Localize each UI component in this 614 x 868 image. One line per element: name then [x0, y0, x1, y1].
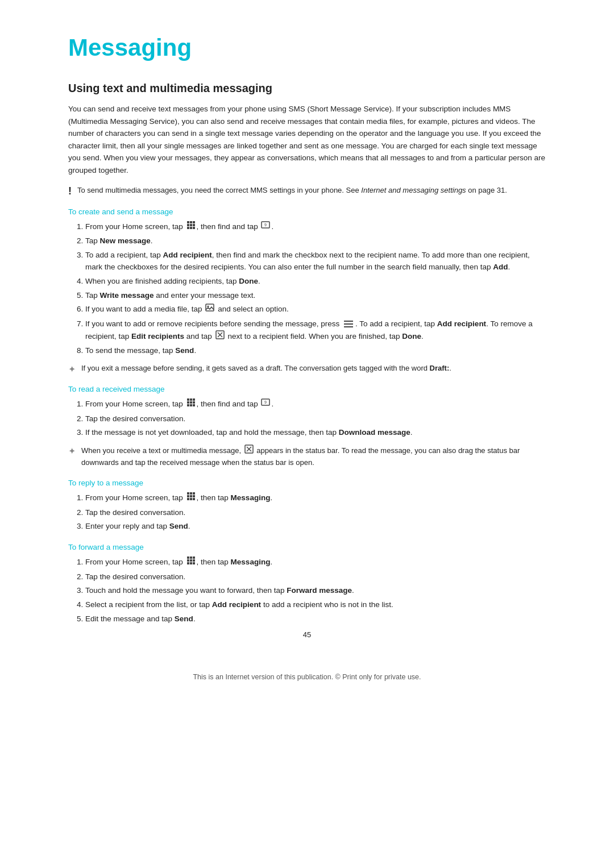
page-number: 45 — [68, 630, 546, 639]
subsection-title-read: To read a received message — [68, 385, 546, 393]
tip-draft: ✦ If you exit a message before sending, … — [68, 363, 546, 375]
menu-icon — [343, 319, 354, 329]
grid-icon — [186, 221, 196, 234]
step-forward-1: From your Home screen, tap , then tap Me… — [85, 556, 546, 569]
step-reply-3: Enter your reply and tap Send. — [85, 520, 546, 533]
msg-icon-1 — [261, 221, 270, 234]
step-create-8: To send the message, tap Send. — [85, 344, 546, 357]
x-icon-2 — [244, 445, 254, 457]
grid-icon-3 — [186, 492, 196, 505]
page-footer: This is an Internet version of this publ… — [68, 673, 546, 681]
step-create-1: From your Home screen, tap , then find a… — [85, 221, 546, 234]
subsection-title-forward: To forward a message — [68, 543, 546, 551]
note-mms-text: To send multimedia messages, you need th… — [77, 185, 507, 196]
step-create-5: Tap Write message and enter your message… — [85, 289, 546, 302]
grid-icon-2 — [186, 398, 196, 411]
step-create-3: To add a recipient, tap Add recipient, t… — [85, 249, 546, 273]
step-create-7: If you want to add or remove recipients … — [85, 318, 546, 343]
step-create-6: If you want to add a media file, tap and… — [85, 303, 546, 316]
section-heading: Using text and multimedia messaging — [68, 82, 546, 95]
step-forward-3: Touch and hold the message you want to f… — [85, 584, 546, 597]
tip-statusbar-text: When you receive a text or multimedia me… — [81, 445, 546, 468]
subsection-title-reply: To reply to a message — [68, 479, 546, 487]
msg-icon-2 — [261, 398, 270, 411]
steps-create: From your Home screen, tap , then find a… — [85, 221, 546, 357]
step-forward-4: Select a recipient from the list, or tap… — [85, 599, 546, 611]
tip-icon-1: ✦ — [68, 364, 76, 375]
page-title: Messaging — [68, 34, 546, 61]
steps-read: From your Home screen, tap , then find a… — [85, 398, 546, 439]
x-icon-1 — [215, 330, 225, 343]
tip-draft-text: If you exit a message before sending, it… — [81, 363, 451, 374]
intro-paragraph: You can send and receive text messages f… — [68, 103, 546, 177]
grid-icon-4 — [186, 556, 196, 569]
step-read-3: If the message is not yet downloaded, ta… — [85, 426, 546, 439]
step-forward-5: Edit the message and tap Send. — [85, 613, 546, 625]
step-read-1: From your Home screen, tap , then find a… — [85, 398, 546, 411]
step-forward-2: Tap the desired conversation. — [85, 571, 546, 583]
step-create-2: Tap New message. — [85, 235, 546, 247]
tip-icon-2: ✦ — [68, 446, 76, 456]
img-icon — [205, 303, 214, 316]
note-mms-settings: ! To send multimedia messages, you need … — [68, 185, 546, 197]
step-reply-1: From your Home screen, tap , then tap Me… — [85, 492, 546, 505]
tip-statusbar: ✦ When you receive a text or multimedia … — [68, 445, 546, 468]
steps-reply: From your Home screen, tap , then tap Me… — [85, 492, 546, 533]
step-create-4: When you are finished adding recipients,… — [85, 275, 546, 288]
step-read-2: Tap the desired conversation. — [85, 413, 546, 425]
exclamation-icon: ! — [68, 185, 72, 197]
step-reply-2: Tap the desired conversation. — [85, 506, 546, 519]
steps-forward: From your Home screen, tap , then tap Me… — [85, 556, 546, 625]
subsection-title-create: To create and send a message — [68, 207, 546, 216]
